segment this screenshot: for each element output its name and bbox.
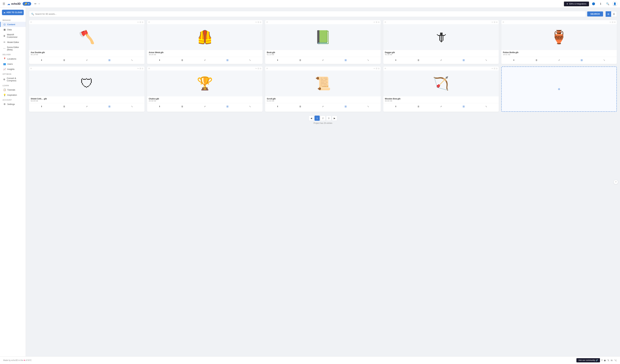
card-add-button[interactable]: ⊞ bbox=[344, 104, 347, 109]
card-expand-button[interactable]: ⤡ bbox=[367, 105, 370, 108]
facebook-icon[interactable]: f bbox=[602, 359, 602, 362]
sidebar-item-content[interactable]: ◻ Content bbox=[0, 22, 26, 27]
card-info-icon[interactable]: ☰ bbox=[140, 21, 141, 23]
info-icon[interactable]: ℹ bbox=[598, 1, 603, 6]
twitter-icon[interactable]: 𝕏 bbox=[607, 359, 609, 362]
sidebar-item-inspiration[interactable]: 💡 Inspiration bbox=[0, 92, 26, 97]
card-add-button[interactable]: ⊞ bbox=[226, 104, 229, 109]
card-share-button[interactable]: ⇗ bbox=[558, 58, 560, 62]
card-expand-button[interactable]: ⤡ bbox=[485, 58, 488, 62]
card-delete-button[interactable]: 🗑 bbox=[417, 58, 420, 62]
sidebar-item-insights[interactable]: 📈 Insights bbox=[0, 66, 26, 72]
logo[interactable]: ☁ echo3D bbox=[7, 2, 21, 6]
search-icon[interactable]: 🔍 bbox=[605, 1, 610, 6]
github-icon[interactable]: ⌥ bbox=[614, 359, 617, 362]
card-share-button[interactable]: ⇗ bbox=[85, 105, 88, 108]
card-info-icon[interactable]: ☰ bbox=[494, 21, 495, 23]
card-edit-icon[interactable]: ✏ bbox=[137, 67, 139, 70]
card-expand-icon[interactable]: ⊡ bbox=[614, 21, 616, 23]
card-expand-button[interactable]: ⤡ bbox=[248, 105, 251, 108]
sidebar-item-model-editor[interactable]: ✏ Model Editor bbox=[0, 40, 26, 45]
card-sync-icon[interactable]: ⟳ bbox=[148, 21, 150, 23]
card-share-button[interactable]: ⇗ bbox=[321, 58, 324, 62]
card-info-icon[interactable]: ☰ bbox=[258, 21, 259, 23]
next-page-button[interactable]: ▶ bbox=[332, 116, 337, 121]
page-button-2[interactable]: 2 bbox=[320, 116, 326, 121]
card-info-icon[interactable]: ☰ bbox=[258, 67, 259, 70]
page-button-1[interactable]: 1 bbox=[314, 116, 320, 121]
sidebar-item-data[interactable]: ▦ Data bbox=[0, 27, 26, 32]
card-add-button[interactable]: ⊞ bbox=[108, 58, 111, 62]
help-button[interactable]: ? bbox=[614, 180, 618, 184]
hamburger-menu[interactable]: ☰ bbox=[2, 2, 5, 6]
card-sync-icon[interactable]: ⟳ bbox=[30, 67, 32, 70]
sidebar-item-convert[interactable]: ⚙ Convert & Compress bbox=[0, 76, 26, 83]
search-button[interactable]: SEARCH bbox=[587, 12, 603, 16]
card-expand-icon[interactable]: ⊡ bbox=[378, 67, 379, 70]
card-sync-icon[interactable]: ⟳ bbox=[266, 21, 268, 23]
card-add-button[interactable]: ⊞ bbox=[462, 58, 465, 62]
card-info-icon[interactable]: ☰ bbox=[494, 67, 495, 70]
notification-icon[interactable]: 🔵 bbox=[591, 1, 596, 6]
card-download-button[interactable]: ⬇ bbox=[158, 105, 161, 108]
sidebar-item-users[interactable]: 👥 Users bbox=[0, 61, 26, 66]
card-expand-button[interactable]: ⤡ bbox=[248, 58, 251, 62]
card-expand-icon[interactable]: ⊡ bbox=[496, 67, 497, 70]
card-expand-button[interactable]: ⤡ bbox=[130, 105, 134, 108]
add-asset-card[interactable]: + bbox=[501, 66, 617, 112]
card-edit-icon[interactable]: ✏ bbox=[492, 21, 493, 23]
linkedin-icon[interactable]: in bbox=[611, 359, 613, 362]
card-share-button[interactable]: ⇗ bbox=[203, 58, 206, 62]
card-delete-button[interactable]: 🗑 bbox=[298, 105, 302, 108]
nav-pencil-icon[interactable]: ✏ bbox=[34, 2, 36, 5]
card-edit-icon[interactable]: ✏ bbox=[255, 67, 257, 70]
card-share-button[interactable]: ⇗ bbox=[439, 105, 443, 108]
user-account-icon[interactable]: 👤 bbox=[612, 1, 618, 6]
sidebar-item-tutorials[interactable]: 📋 Tutorials bbox=[0, 87, 26, 92]
card-expand-button[interactable]: ⤡ bbox=[130, 58, 134, 62]
sidebar-item-settings[interactable]: ⚙ Settings bbox=[0, 102, 26, 107]
card-sync-icon[interactable]: ⟳ bbox=[266, 67, 268, 70]
card-delete-button[interactable]: 🗑 bbox=[417, 105, 420, 108]
card-delete-button[interactable]: 🗑 bbox=[181, 58, 184, 62]
card-info-icon[interactable]: ☰ bbox=[612, 21, 613, 23]
sidebar-item-locations[interactable]: 📍 Locations bbox=[0, 56, 26, 61]
card-delete-button[interactable]: 🗑 bbox=[181, 105, 184, 108]
card-share-button[interactable]: ⇗ bbox=[203, 105, 206, 108]
card-edit-icon[interactable]: ✏ bbox=[137, 21, 139, 23]
search-input[interactable] bbox=[34, 11, 584, 17]
add-to-cloud-button[interactable]: ☁ ADD TO CLOUD bbox=[2, 10, 24, 15]
list-view-toggle[interactable]: ☰ bbox=[611, 11, 617, 17]
card-download-button[interactable]: ⬇ bbox=[40, 58, 43, 62]
card-download-button[interactable]: ⬇ bbox=[512, 58, 515, 62]
card-download-button[interactable]: ⬇ bbox=[40, 105, 43, 108]
card-expand-icon[interactable]: ⊡ bbox=[260, 67, 261, 70]
card-info-icon[interactable]: ☰ bbox=[376, 67, 377, 70]
grid-view-toggle[interactable]: ⊞ bbox=[606, 11, 611, 17]
nav-project-pill[interactable]: 🔑 ▾ bbox=[23, 2, 31, 6]
card-info-icon[interactable]: ☰ bbox=[140, 67, 141, 70]
card-add-button[interactable]: ⊞ bbox=[226, 58, 229, 62]
card-delete-button[interactable]: 🗑 bbox=[535, 58, 538, 62]
card-delete-button[interactable]: 🗑 bbox=[62, 58, 66, 62]
card-edit-icon[interactable]: ✏ bbox=[374, 21, 375, 23]
card-add-button[interactable]: ⊞ bbox=[462, 104, 465, 109]
card-edit-icon[interactable]: ✏ bbox=[610, 21, 611, 23]
card-download-button[interactable]: ⬇ bbox=[276, 105, 279, 108]
card-expand-icon[interactable]: ⊡ bbox=[142, 67, 143, 70]
prev-page-button[interactable]: ◀ bbox=[309, 116, 314, 121]
card-expand-button[interactable]: ⤡ bbox=[485, 105, 488, 108]
card-share-button[interactable]: ⇗ bbox=[321, 105, 324, 108]
sidebar-item-webar[interactable]: 🖥 WebAR Customizer bbox=[0, 32, 26, 40]
nav-minus-icon[interactable]: − bbox=[38, 2, 40, 5]
card-expand-button[interactable]: ⤡ bbox=[603, 58, 606, 62]
card-delete-button[interactable]: 🗑 bbox=[298, 58, 302, 62]
card-expand-icon[interactable]: ⊡ bbox=[142, 21, 143, 23]
sdk-integrations-button[interactable]: ⬇ SDKs & Integrations bbox=[564, 1, 589, 6]
card-sync-icon[interactable]: ⟳ bbox=[385, 21, 386, 23]
card-share-button[interactable]: ⇗ bbox=[85, 58, 88, 62]
card-sync-icon[interactable]: ⟳ bbox=[148, 67, 150, 70]
instagram-icon[interactable]: ◉ bbox=[604, 359, 606, 362]
card-share-button[interactable]: ⇗ bbox=[439, 58, 443, 62]
card-sync-icon[interactable]: ⟳ bbox=[30, 21, 32, 23]
